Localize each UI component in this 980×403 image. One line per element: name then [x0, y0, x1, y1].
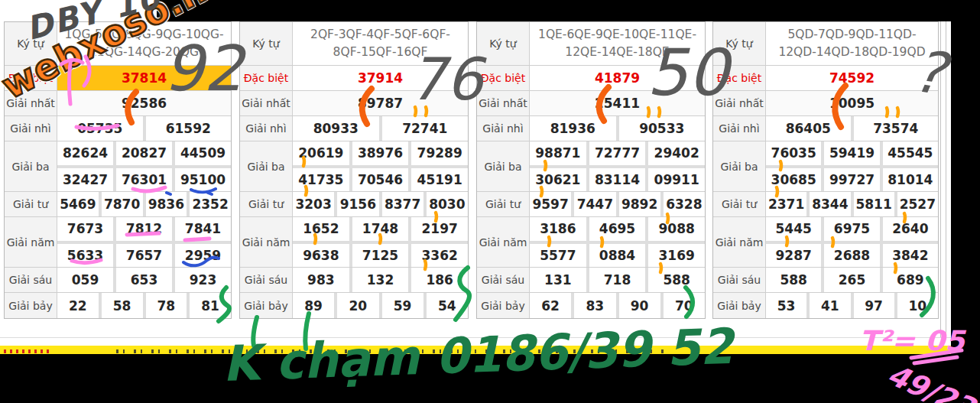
prize-number: 95100: [175, 168, 231, 192]
prize-number: 2959: [175, 244, 231, 268]
cells-giai-tu: 2371834458112527: [766, 192, 938, 216]
row-giai-sau: Giải sáu588265689: [713, 268, 938, 293]
scrollbar-line: [940, 21, 941, 337]
row-dac-biet: Đặc biệt74592: [713, 66, 938, 91]
prize-number: 1748: [352, 217, 409, 241]
label-giai-nhat: Giải nhất: [240, 91, 293, 115]
row-giai-sau: Giải sáu059653923: [5, 268, 231, 293]
label-ky-tu: Ký tự: [477, 22, 530, 65]
label-giai-tu: Giải tư: [713, 192, 766, 216]
prize-number: 9088: [648, 217, 705, 241]
label-giai-sau: Giải sáu: [5, 268, 57, 292]
cells-giai-ba: 988717277729402306218311409911: [530, 141, 705, 191]
prize-number: 9638: [293, 244, 349, 268]
prize-number: 7657: [116, 244, 172, 268]
notice-strip: [0, 346, 951, 354]
cells-giai-sau: 059653923: [57, 268, 231, 292]
row-ky-tu: Ký tự2QF-3QF-4QF-5QF-6QF-8QF-15QF-16QF: [240, 22, 468, 66]
label-giai-tu: Giải tư: [5, 192, 57, 216]
label-giai-ba: Giải ba: [477, 141, 530, 191]
row-giai-bay: Giải bảy89205954: [240, 293, 468, 318]
clipped-text-dark: [116, 349, 664, 353]
scrollbar-line: [946, 21, 946, 337]
value-dac-biet: 74592: [766, 66, 938, 90]
label-giai-bay: Giải bảy: [5, 293, 57, 318]
prize-number: 70546: [352, 168, 409, 192]
label-giai-ba: Giải ba: [240, 141, 293, 191]
row-giai-ba: Giải ba826242082744509324277630195100: [5, 141, 231, 192]
prize-number: 1652: [293, 217, 349, 241]
prize-number: 20: [337, 293, 378, 318]
cells-giai-bay: 62839070: [530, 293, 705, 318]
value-dac-biet: 37914: [293, 66, 468, 90]
prize-number: 20619: [293, 141, 349, 165]
prize-number: 923: [175, 268, 231, 292]
prize-number: 5445: [766, 217, 821, 241]
prize-number: 265: [824, 268, 879, 292]
cells-giai-ba: 826242082744509324277630195100: [57, 141, 231, 191]
results-table-2: Ký tự2QF-3QF-4QF-5QF-6QF-8QF-15QF-16QFĐặ…: [239, 21, 469, 319]
prize-number: 29402: [648, 141, 705, 165]
prize-number: 90: [619, 293, 660, 318]
label-giai-bay: Giải bảy: [240, 293, 293, 318]
row-giai-nam: Giải năm544569752640928726883842: [713, 217, 938, 268]
prize-number: 53: [766, 293, 806, 318]
prize-number: 73574: [854, 116, 939, 141]
prize-number: 9892: [619, 192, 660, 216]
row-giai-nam: Giải năm165217482197963871253362: [240, 217, 468, 268]
results-table-3: Ký tự1QE-6QE-9QE-10QE-11QE-12QE-14QE-18Q…: [476, 21, 706, 319]
row-giai-tu: Giải tư3203915683778030: [240, 192, 468, 217]
prize-number: 2688: [824, 244, 879, 268]
prize-number: 81936: [530, 116, 616, 141]
row-giai-bay: Giải bảy62839070: [477, 293, 705, 318]
prize-number: 3362: [411, 244, 468, 268]
prize-number: 7447: [574, 192, 615, 216]
prize-number: 9597: [530, 192, 571, 216]
label-dac-biet: Đặc biệt: [713, 66, 766, 90]
prize-number: 718: [589, 268, 646, 292]
prize-number: 81: [190, 293, 231, 318]
cells-giai-nhi: 8193690533: [530, 116, 705, 141]
prize-number: 45545: [883, 141, 938, 165]
prize-number: 132: [352, 268, 409, 292]
divider-line: [0, 337, 951, 338]
prize-number: 72741: [382, 116, 469, 141]
label-dac-biet: Đặc biệt: [477, 66, 530, 90]
prize-number: 0884: [589, 244, 646, 268]
cells-giai-sau: 588265689: [766, 268, 938, 292]
prize-number: 8344: [810, 192, 850, 216]
label-giai-bay: Giải bảy: [477, 293, 530, 318]
row-giai-nhat: Giải nhất89787: [240, 91, 468, 116]
prize-number: 8030: [427, 192, 468, 216]
row-giai-nam: Giải năm318646959088557708843169: [477, 217, 705, 268]
prize-number: 588: [648, 268, 705, 292]
row-giai-nhi: Giải nhì8193690533: [477, 116, 705, 141]
cells-giai-ba: 760355941945545306859972781014: [766, 141, 938, 191]
row-dac-biet: Đặc biệt37914: [240, 66, 468, 91]
page: Ký tự1QG-5QG-8QG-9QG-10QG-11QG-14QG-20QG…: [0, 0, 980, 403]
right-black-column: [951, 0, 980, 403]
prize-number: 44509: [175, 141, 231, 165]
prize-number: 58: [102, 293, 143, 318]
cells-giai-nam: 544569752640928726883842: [766, 217, 938, 267]
prize-number: 3186: [530, 217, 586, 241]
label-giai-nhat: Giải nhất: [713, 91, 766, 115]
prize-number: 81014: [883, 168, 938, 192]
value-ky-tu: 5QD-7QD-9QD-11QD-12QD-14QD-18QD-19QD: [766, 22, 938, 65]
label-giai-sau: Giải sáu: [477, 268, 530, 292]
prize-number: 78: [146, 293, 187, 318]
label-giai-nhi: Giải nhì: [240, 116, 293, 141]
scrollbar-track[interactable]: [939, 21, 949, 337]
label-giai-ba: Giải ba: [5, 141, 57, 191]
prize-number: 2352: [190, 192, 231, 216]
cells-giai-tu: 5469787098362352: [57, 192, 231, 216]
prize-number: 2527: [897, 192, 938, 216]
cells-giai-nhi: 8093372741: [293, 116, 468, 141]
prize-number: 41: [810, 293, 850, 318]
prize-number: 7673: [57, 217, 113, 241]
cells-giai-nam: 318646959088557708843169: [530, 217, 705, 267]
label-giai-nam: Giải năm: [477, 217, 530, 267]
label-giai-nhat: Giải nhất: [477, 91, 530, 115]
prize-number: 62: [530, 293, 571, 318]
prize-number: 588: [766, 268, 821, 292]
